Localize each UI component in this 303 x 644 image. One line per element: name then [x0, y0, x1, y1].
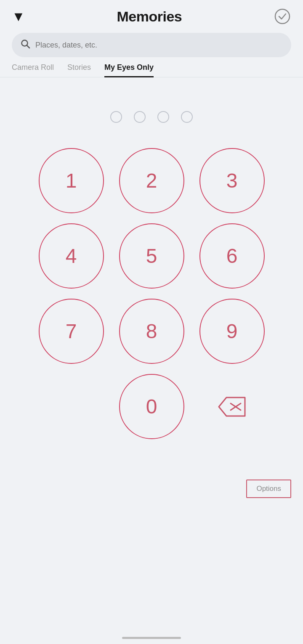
- pin-dot-2: [134, 111, 146, 123]
- pin-dot-3: [157, 111, 169, 123]
- backspace-icon: [217, 396, 247, 418]
- key-3[interactable]: 3: [199, 148, 265, 213]
- key-8[interactable]: 8: [119, 299, 184, 364]
- search-icon: [20, 39, 30, 51]
- delete-button[interactable]: [199, 374, 265, 439]
- chevron-down-icon[interactable]: ▼: [12, 10, 25, 23]
- key-6[interactable]: 6: [199, 223, 265, 289]
- key-4[interactable]: 4: [39, 223, 104, 289]
- key-5[interactable]: 5: [119, 223, 184, 289]
- keypad: 1 2 3 4 5 6 7 8 9 0: [0, 148, 303, 439]
- keypad-row-4: 0: [17, 374, 286, 439]
- keypad-row-1: 1 2 3: [17, 148, 286, 213]
- key-1[interactable]: 1: [39, 148, 104, 213]
- key-2[interactable]: 2: [119, 148, 184, 213]
- svg-point-0: [275, 9, 290, 24]
- page-title: Memories: [117, 8, 182, 25]
- search-bar[interactable]: [12, 33, 291, 57]
- home-indicator: [122, 637, 181, 639]
- bottom-area: Options: [0, 439, 303, 523]
- key-7[interactable]: 7: [39, 299, 104, 364]
- main-content: 1 2 3 4 5 6 7 8 9 0: [0, 77, 303, 523]
- select-button[interactable]: [274, 8, 291, 25]
- svg-line-2: [27, 45, 30, 48]
- key-9[interactable]: 9: [199, 299, 265, 364]
- search-input[interactable]: [35, 41, 283, 50]
- search-container: [0, 29, 303, 63]
- keypad-row-3: 7 8 9: [17, 299, 286, 364]
- tab-camera-roll[interactable]: Camera Roll: [12, 63, 54, 77]
- keypad-row-2: 4 5 6: [17, 223, 286, 289]
- tab-my-eyes-only[interactable]: My Eyes Only: [104, 63, 154, 77]
- tab-stories[interactable]: Stories: [67, 63, 91, 77]
- header: ▼ Memories: [0, 0, 303, 29]
- pin-dots: [110, 111, 193, 123]
- pin-dot-1: [110, 111, 122, 123]
- options-button[interactable]: Options: [246, 480, 291, 498]
- pin-dot-4: [181, 111, 193, 123]
- tabs-bar: Camera Roll Stories My Eyes Only: [0, 63, 303, 77]
- key-0[interactable]: 0: [119, 374, 184, 439]
